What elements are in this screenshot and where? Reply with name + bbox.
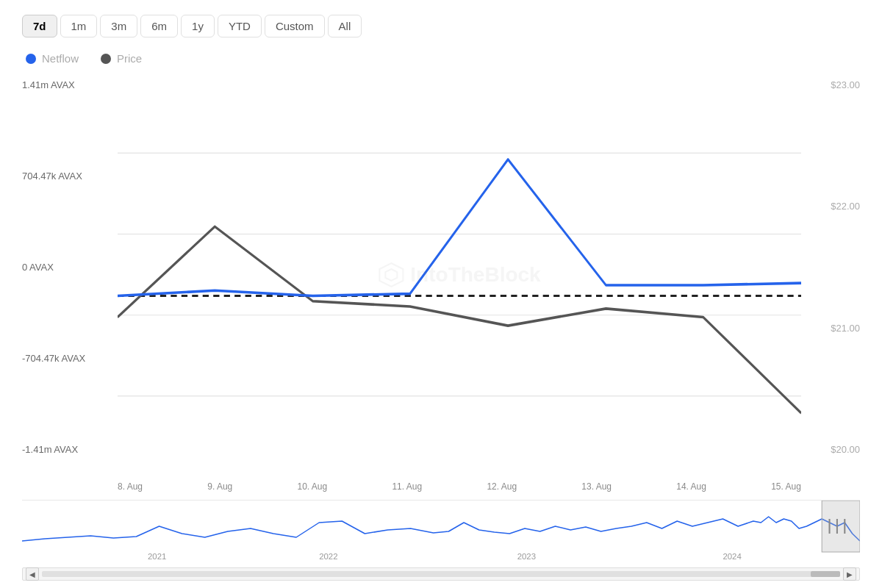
time-btn-3m[interactable]: 3m (100, 15, 137, 37)
legend-price: Price (101, 52, 142, 65)
time-range-bar: 7d1m3m6m1yYTDCustomAll (22, 15, 860, 37)
scroll-left-arrow[interactable]: ◀ (26, 567, 39, 581)
netflow-label: Netflow (42, 52, 79, 65)
chart-svg-container: IntoTheBlock (118, 72, 801, 477)
time-btn-6m[interactable]: 6m (140, 15, 178, 37)
svg-rect-11 (822, 501, 860, 552)
y-left-label: 0 AVAX (22, 262, 118, 273)
x-axis: 8. Aug9. Aug10. Aug11. Aug12. Aug13. Aug… (22, 477, 860, 496)
scroll-right-arrow[interactable]: ▶ (843, 567, 856, 581)
scroll-track[interactable] (42, 571, 840, 577)
y-left-label: 704.47k AVAX (22, 171, 118, 182)
chart-legend: Netflow Price (22, 52, 860, 65)
y-right-label: $21.00 (801, 323, 860, 334)
price-label: Price (117, 52, 142, 65)
svg-text:2024: 2024 (723, 552, 741, 561)
x-label: 11. Aug (392, 481, 422, 492)
x-label: 10. Aug (298, 481, 328, 492)
time-btn-1y[interactable]: 1y (181, 15, 215, 37)
x-label: 13. Aug (581, 481, 612, 492)
time-btn-custom[interactable]: Custom (265, 15, 325, 37)
time-btn-ytd[interactable]: YTD (218, 15, 262, 37)
scroll-handle[interactable] (811, 571, 840, 577)
legend-netflow: Netflow (26, 52, 79, 65)
svg-text:2023: 2023 (517, 552, 536, 561)
navigator-svg-container: 2021 2022 2023 2024 (22, 501, 860, 567)
main-chart-svg (118, 72, 801, 477)
svg-text:2021: 2021 (148, 552, 166, 561)
x-label: 9. Aug (207, 481, 232, 492)
navigator-scrollbar[interactable]: ◀ ▶ (22, 567, 860, 581)
y-left-label: -1.41m AVAX (22, 444, 118, 455)
svg-text:2022: 2022 (319, 552, 337, 561)
navigator-svg: 2021 2022 2023 2024 (22, 501, 860, 563)
time-btn-1m[interactable]: 1m (60, 15, 98, 37)
x-label: 12. Aug (487, 481, 517, 492)
navigator-wrapper: 2021 2022 2023 2024 ◀ ▶ (22, 500, 860, 581)
x-label: 8. Aug (118, 481, 143, 492)
y-right-label: $20.00 (801, 444, 860, 455)
y-left-label: 1.41m AVAX (22, 79, 118, 90)
y-right-label: $23.00 (801, 79, 860, 90)
y-axis-right: $23.00$22.00$21.00$20.00 (801, 72, 860, 477)
main-chart-area: 1.41m AVAX704.47k AVAX0 AVAX-704.47k AVA… (22, 72, 860, 477)
time-btn-7d[interactable]: 7d (22, 15, 57, 37)
main-container: 7d1m3m6m1yYTDCustomAll Netflow Price 1.4… (0, 0, 882, 588)
x-label: 14. Aug (676, 481, 706, 492)
time-btn-all[interactable]: All (328, 15, 362, 37)
price-dot (101, 54, 111, 64)
netflow-dot (26, 54, 36, 64)
x-label: 15. Aug (771, 481, 801, 492)
y-left-label: -704.47k AVAX (22, 353, 118, 364)
y-axis-left: 1.41m AVAX704.47k AVAX0 AVAX-704.47k AVA… (22, 72, 118, 477)
y-right-label: $22.00 (801, 201, 860, 212)
